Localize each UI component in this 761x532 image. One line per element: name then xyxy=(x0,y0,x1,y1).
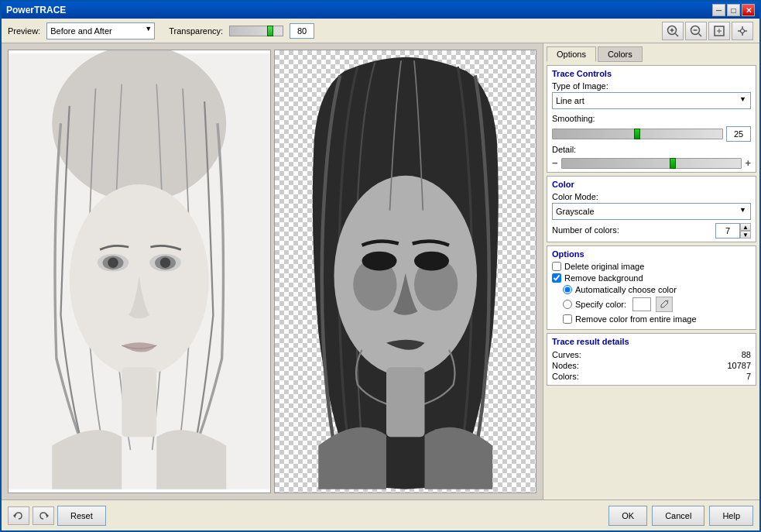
svg-marker-28 xyxy=(13,513,15,518)
cancel-button[interactable]: Cancel xyxy=(652,506,704,526)
detail-track xyxy=(561,158,742,169)
detail-row: − + xyxy=(552,157,751,169)
maximize-button[interactable]: □ xyxy=(727,4,740,16)
smoothing-value[interactable]: 25 xyxy=(726,126,751,142)
zoom-in-button[interactable] xyxy=(662,22,684,40)
detail-label: Detail: xyxy=(552,145,751,154)
remove-entire-label: Remove color from entire image xyxy=(575,314,697,324)
curves-value: 88 xyxy=(742,350,751,359)
nodes-row: Nodes: 10787 xyxy=(552,360,751,371)
ok-button[interactable]: OK xyxy=(608,506,647,526)
traced-panel xyxy=(274,50,537,493)
svg-marker-29 xyxy=(46,513,49,518)
redo-button[interactable] xyxy=(33,506,54,525)
delete-original-row: Delete original image xyxy=(552,262,751,271)
color-mode-select[interactable]: Grayscale Color Black and White xyxy=(552,203,751,220)
window-title: PowerTRACE xyxy=(6,5,66,15)
auto-choose-radio[interactable] xyxy=(563,285,572,294)
preview-label: Preview: xyxy=(8,26,40,36)
auto-choose-row: Automatically choose color xyxy=(563,285,751,294)
type-label: Type of Image: xyxy=(552,81,751,91)
smoothing-thumb[interactable] xyxy=(634,129,640,139)
detail-plus[interactable]: + xyxy=(745,157,751,169)
preview-select[interactable]: Before and After Before After Wireframe xyxy=(46,22,155,39)
smoothing-row: 25 xyxy=(552,126,751,142)
color-mode-wrapper: Grayscale Color Black and White xyxy=(552,203,751,220)
svg-point-10 xyxy=(741,29,745,33)
specify-color-radio[interactable] xyxy=(563,300,572,309)
svg-point-24 xyxy=(362,252,396,271)
remove-background-checkbox[interactable] xyxy=(552,273,561,283)
specify-color-row: Specify color: xyxy=(563,297,751,312)
svg-point-12 xyxy=(52,50,226,202)
traced-image xyxy=(275,50,536,493)
num-colors-input[interactable]: 7 xyxy=(715,223,740,239)
toolbar: Preview: Before and After Before After W… xyxy=(2,19,759,43)
detail-thumb[interactable] xyxy=(670,158,676,169)
color-swatch[interactable] xyxy=(632,297,651,311)
num-colors-row: Number of colors: 7 ▲ ▼ xyxy=(552,223,751,239)
color-title: Color xyxy=(552,180,751,189)
help-button[interactable]: Help xyxy=(709,506,753,526)
colors-result-label: Colors: xyxy=(552,372,579,381)
remove-entire-row: Remove color from entire image xyxy=(563,314,751,324)
tab-options[interactable]: Options xyxy=(547,46,596,62)
spin-down-button[interactable]: ▼ xyxy=(740,231,751,239)
smoothing-label: Smoothing: xyxy=(552,114,751,123)
bottom-right: OK Cancel Help xyxy=(608,506,753,526)
svg-point-16 xyxy=(108,258,118,269)
tab-colors[interactable]: Colors xyxy=(598,46,643,62)
type-select[interactable]: Line art Clipart Photo xyxy=(552,92,751,109)
pan-button[interactable] xyxy=(732,22,753,40)
right-panel: Options Colors Trace Controls Type of Im… xyxy=(543,43,759,499)
colors-result-value: 7 xyxy=(746,372,751,381)
num-input-wrapper: 7 ▲ ▼ xyxy=(715,223,751,239)
options-title: Options xyxy=(552,249,751,259)
trace-controls-title: Trace Controls xyxy=(552,69,751,78)
colors-result-row: Colors: 7 xyxy=(552,371,751,382)
spin-up-button[interactable]: ▲ xyxy=(740,223,751,231)
eyedropper-button[interactable] xyxy=(656,297,673,312)
bottom-bar: Reset OK Cancel Help xyxy=(2,499,759,530)
type-select-wrapper: Line art Clipart Photo xyxy=(552,92,751,109)
main-window: PowerTRACE ─ □ ✕ Preview: Before and Aft… xyxy=(0,0,761,532)
specify-color-label: Specify color: xyxy=(575,300,626,309)
remove-background-label: Remove background xyxy=(564,273,643,283)
remove-entire-checkbox[interactable] xyxy=(563,314,572,324)
close-button[interactable]: ✕ xyxy=(742,4,755,16)
color-mode-label: Color Mode: xyxy=(552,192,751,201)
svg-line-5 xyxy=(699,33,702,36)
transparency-slider[interactable] xyxy=(229,26,283,36)
toolbar-right xyxy=(662,22,753,40)
options-section: Options Delete original image Remove bac… xyxy=(547,245,756,330)
bottom-left: Reset xyxy=(8,506,106,526)
auto-choose-label: Automatically choose color xyxy=(575,285,677,294)
delete-original-checkbox[interactable] xyxy=(552,262,561,271)
transparency-label: Transparency: xyxy=(169,26,223,36)
curves-row: Curves: 88 xyxy=(552,349,751,360)
minimize-button[interactable]: ─ xyxy=(712,4,725,16)
titlebar-buttons: ─ □ ✕ xyxy=(712,4,755,16)
detail-minus[interactable]: − xyxy=(552,157,558,169)
nodes-value: 10787 xyxy=(727,361,751,370)
undo-button[interactable] xyxy=(8,506,29,525)
zoom-fit-button[interactable] xyxy=(708,22,730,40)
delete-original-label: Delete original image xyxy=(564,262,644,271)
original-panel xyxy=(8,50,271,493)
svg-point-25 xyxy=(414,252,449,271)
transparency-value[interactable]: 80 xyxy=(290,23,314,39)
zoom-out-button[interactable] xyxy=(685,22,707,40)
reset-button[interactable]: Reset xyxy=(57,506,106,526)
tabs: Options Colors xyxy=(547,46,756,62)
main-content: Options Colors Trace Controls Type of Im… xyxy=(2,43,759,499)
titlebar: PowerTRACE ─ □ ✕ xyxy=(2,2,759,19)
svg-rect-20 xyxy=(122,367,156,437)
trace-result-title: Trace result details xyxy=(552,337,751,346)
svg-point-19 xyxy=(160,258,171,269)
preview-area xyxy=(2,43,543,499)
smoothing-track xyxy=(552,129,723,139)
curves-label: Curves: xyxy=(552,350,581,359)
num-colors-label: Number of colors: xyxy=(552,225,619,235)
trace-result-section: Trace result details Curves: 88 Nodes: 1… xyxy=(547,333,756,386)
svg-rect-26 xyxy=(386,367,425,437)
